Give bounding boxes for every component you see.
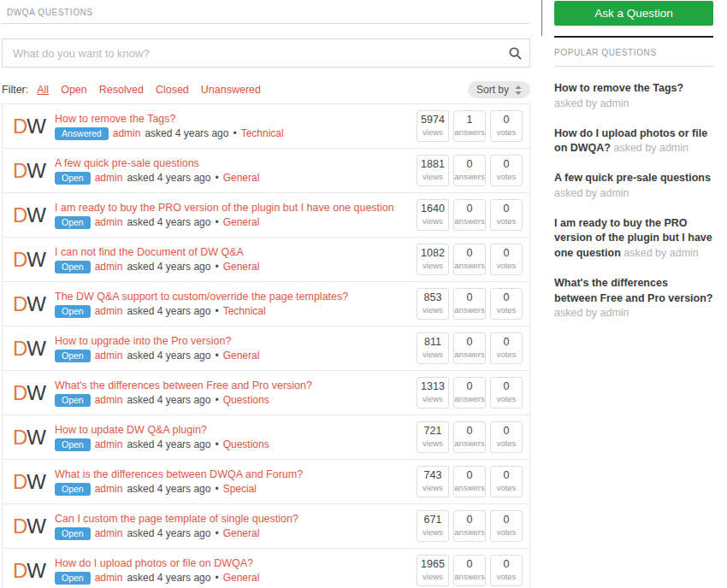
filter-option[interactable]: Resolved [99,84,144,96]
popular-question-link[interactable]: How to remove the Tags? [554,82,683,94]
popular-question-link[interactable]: What's the differences between Free and … [554,277,712,304]
search-input[interactable] [3,47,500,60]
filter-option[interactable]: All [37,84,49,96]
author-link[interactable]: admin [95,438,123,450]
popular-question-item: How do I upload photos or file on DWQA? … [554,126,713,157]
views-count: 721 [417,426,448,438]
avatar[interactable]: DW [13,292,44,316]
author-link[interactable]: admin [95,350,123,362]
votes-stat: 0 votes [490,199,523,231]
avatar-letter: D [13,381,27,404]
asked-ago-text: asked 4 years ago [127,261,210,273]
avatar[interactable]: DW [13,470,44,494]
views-label: views [417,394,448,403]
category-link[interactable]: General [223,350,260,362]
question-body: I am ready to buy the PRO version of the… [55,202,417,229]
question-title-link[interactable]: What is the differences between DWQA and… [55,468,411,480]
meta-separator: • [233,127,236,139]
sort-by-dropdown[interactable]: Sort by [468,81,530,98]
votes-stat: 0 votes [490,332,523,364]
votes-stat: 0 votes [490,421,523,453]
author-link[interactable]: admin [95,483,123,495]
votes-count: 0 [491,203,522,215]
answers-stat: 0 answers [453,421,486,453]
author-link[interactable]: admin [95,394,123,406]
avatar[interactable]: DW [13,426,44,450]
category-link[interactable]: Technical [241,127,284,139]
ask-a-question-button[interactable]: Ask a Question [554,1,713,26]
avatar[interactable]: DW [13,514,44,538]
question-meta: Open admin asked 4 years ago • Technical [55,305,411,318]
question-title-link[interactable]: How to upgrade into the Pro version? [55,335,411,347]
filter-option[interactable]: Closed [156,84,189,96]
avatar[interactable]: DW [13,337,44,361]
votes-stat: 0 votes [490,110,523,142]
search-icon[interactable] [500,47,529,60]
question-title-link[interactable]: The DW Q&A support to custom/override th… [55,291,411,303]
question-body: What is the differences between DWQA and… [55,468,417,496]
author-link[interactable]: admin [95,261,123,273]
question-meta: Answered admin asked 4 years ago • Techn… [55,127,411,140]
avatar[interactable]: DW [13,381,44,405]
author-link[interactable]: admin [95,305,123,317]
question-title-link[interactable]: A few quick pre-sale questions [55,157,411,169]
category-link[interactable]: General [223,261,260,273]
sidebar: Ask a Question POPULAR QUESTIONS How to … [554,0,713,336]
answers-label: answers [454,305,485,315]
question-title-link[interactable]: What's the differences between Free and … [55,379,411,391]
filter-option[interactable]: Unanswered [201,84,261,96]
category-link[interactable]: General [223,572,260,584]
answers-label: answers [454,127,485,137]
category-link[interactable]: Questions [223,438,269,450]
question-meta: Open admin asked 4 years ago • General [55,216,411,229]
popular-question-link[interactable]: A few quick pre-sale questions [554,172,711,184]
question-body: How to remove the Tags? Answered admin a… [55,113,417,140]
question-title-link[interactable]: How to remove the Tags? [55,113,411,125]
answers-count: 0 [454,248,485,260]
avatar[interactable]: DW [13,115,44,138]
question-title-link[interactable]: I am ready to buy the PRO version of the… [55,202,411,214]
avatar[interactable]: DW [13,248,44,272]
question-stats: 1640 views 0 answers 0 votes [417,199,523,231]
avatar[interactable]: DW [13,203,44,227]
author-link[interactable]: admin [95,216,123,228]
votes-label: votes [491,483,522,492]
votes-stat: 0 votes [490,244,523,275]
views-count: 671 [417,514,448,526]
answers-count: 0 [454,381,485,393]
category-link[interactable]: General [223,216,260,228]
author-link[interactable]: admin [95,527,123,539]
status-badge: Open [55,350,91,362]
views-stat: 1965 views [417,555,449,586]
views-label: views [417,305,448,315]
votes-count: 0 [491,337,522,349]
category-link[interactable]: Special [223,483,257,495]
meta-separator: • [215,350,218,362]
question-title-link[interactable]: How to update DW Q&A plugin? [55,424,411,436]
popular-question-item: A few quick pre-sale questions asked by … [554,171,713,202]
category-link[interactable]: General [223,172,260,184]
question-meta: Open admin asked 4 years ago • General [55,261,411,273]
avatar[interactable]: DW [13,159,44,183]
category-link[interactable]: Technical [223,305,266,317]
avatar[interactable]: DW [13,559,44,583]
votes-count: 0 [491,381,522,393]
author-link[interactable]: admin [113,127,141,139]
author-link[interactable]: admin [95,572,123,584]
question-title-link[interactable]: Can I custom the page template of single… [55,513,411,525]
avatar-letter: W [27,381,45,404]
filter-option[interactable]: Open [61,84,87,96]
views-label: views [417,172,448,181]
answers-label: answers [454,483,485,492]
author-link[interactable]: admin [95,172,123,184]
category-link[interactable]: General [223,527,260,539]
sort-by-label: Sort by [476,84,509,96]
question-title-link[interactable]: I can not find the Document of DW Q&A [55,246,411,258]
views-stat: 1082 views [417,244,449,275]
question-title-link[interactable]: How do I upload photos or file on DWQA? [55,557,411,569]
question-meta: Open admin asked 4 years ago • Questions [55,438,411,451]
category-link[interactable]: Questions [223,394,269,406]
avatar-letter: D [13,470,27,493]
answers-count: 0 [454,337,485,349]
asked-ago-text: asked 4 years ago [127,216,210,228]
